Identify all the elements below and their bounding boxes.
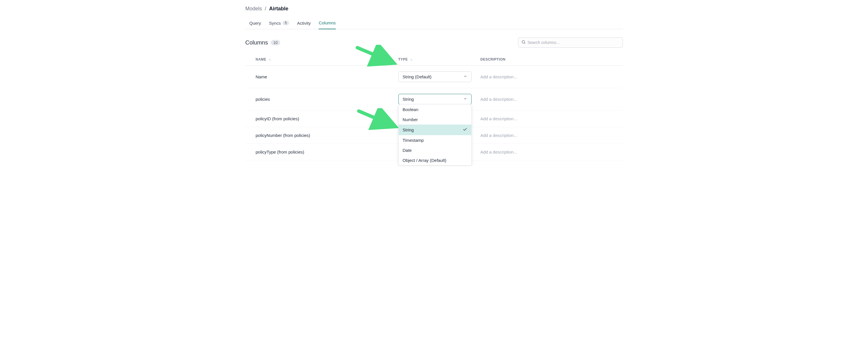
type-dropdown: Boolean Number String Timestamp Date Obj… [398, 104, 472, 166]
chevron-down-icon [463, 74, 467, 79]
cell-description-placeholder[interactable]: Add a description... [480, 116, 613, 121]
dropdown-option-string[interactable]: String [399, 125, 471, 135]
column-header-name[interactable]: NAME ↑↓ [256, 57, 398, 61]
tab-bar: Query Syncs 5 Activity Columns [245, 18, 623, 29]
search-input[interactable] [518, 37, 623, 48]
cell-description-placeholder[interactable]: Add a description... [480, 133, 613, 138]
cell-column-name: policyID (from policies) [256, 116, 398, 121]
table-header-row: NAME ↑↓ TYPE ↑↓ DESCRIPTION [245, 53, 623, 66]
svg-line-1 [524, 43, 525, 43]
dropdown-option-object-array[interactable]: Object / Array (Default) [399, 155, 471, 165]
columns-header: Columns 10 [245, 29, 623, 53]
dropdown-option-number[interactable]: Number [399, 115, 471, 125]
sort-icon: ↑↓ [269, 58, 271, 61]
columns-title: Columns [245, 39, 268, 46]
table-row: policies String Add a description... Boo… [245, 88, 623, 111]
tab-query[interactable]: Query [249, 18, 261, 29]
cell-description-placeholder[interactable]: Add a description... [480, 74, 613, 79]
dropdown-option-label: Number [403, 117, 418, 122]
dropdown-option-date[interactable]: Date [399, 145, 471, 155]
breadcrumb: Models / Airtable [245, 6, 623, 12]
type-select-value: String (Default) [403, 74, 432, 79]
columns-count-badge: 10 [271, 40, 280, 45]
search-wrap [518, 37, 623, 48]
dropdown-option-label: Boolean [403, 107, 418, 112]
cell-column-name: policies [256, 97, 398, 102]
dropdown-option-boolean[interactable]: Boolean [399, 104, 471, 115]
tab-label: Query [249, 21, 261, 26]
table-row: Name String (Default) Add a description.… [245, 66, 623, 88]
tab-label: Activity [297, 21, 311, 26]
check-icon [463, 127, 467, 133]
dropdown-option-label: Object / Array (Default) [403, 158, 446, 163]
cell-column-name: Name [256, 74, 398, 79]
column-header-description: DESCRIPTION [480, 57, 613, 61]
column-header-label: DESCRIPTION [480, 57, 506, 61]
syncs-count-badge: 5 [282, 21, 289, 25]
dropdown-option-label: String [403, 127, 414, 132]
cell-description-placeholder[interactable]: Add a description... [480, 97, 613, 102]
search-icon [522, 40, 526, 45]
breadcrumb-current: Airtable [269, 6, 288, 12]
type-select-value: String [403, 97, 414, 102]
tab-label: Syncs [269, 21, 281, 26]
dropdown-option-timestamp[interactable]: Timestamp [399, 135, 471, 145]
column-header-type[interactable]: TYPE ↑↓ [398, 57, 480, 61]
breadcrumb-separator: / [265, 6, 267, 12]
cell-column-name: policyType (from policies) [256, 150, 398, 154]
tab-syncs[interactable]: Syncs 5 [269, 18, 289, 29]
tab-activity[interactable]: Activity [297, 18, 311, 29]
dropdown-option-label: Date [403, 148, 412, 153]
tab-label: Columns [319, 20, 336, 25]
type-select[interactable]: String (Default) [398, 71, 472, 82]
cell-description-placeholder[interactable]: Add a description... [480, 150, 613, 154]
cell-column-name: policyNumber (from policies) [256, 133, 398, 138]
dropdown-option-label: Timestamp [403, 138, 424, 143]
chevron-down-icon [463, 97, 467, 102]
tab-columns[interactable]: Columns [319, 18, 336, 29]
column-header-label: TYPE [398, 57, 408, 61]
column-header-label: NAME [256, 57, 267, 61]
breadcrumb-parent-link[interactable]: Models [245, 6, 262, 12]
type-select[interactable]: String [398, 94, 472, 104]
sort-icon: ↑↓ [410, 58, 412, 61]
